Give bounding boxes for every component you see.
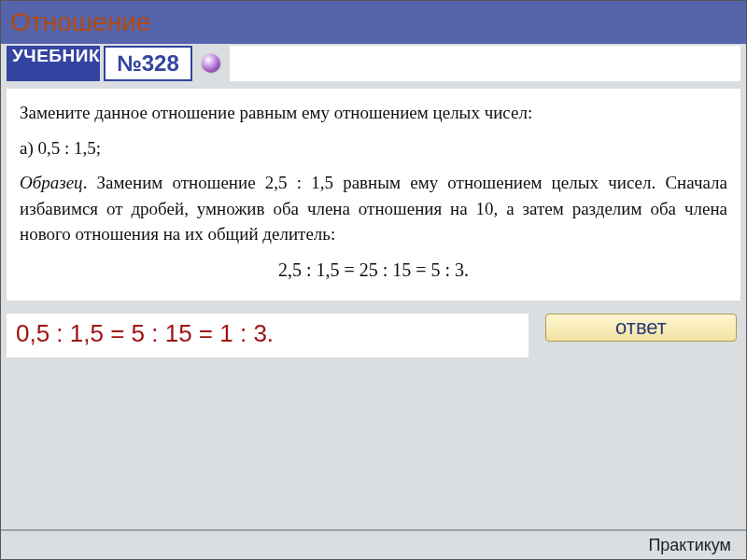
app-window: Отношение УЧЕБНИК №328 Замените данное о… <box>0 0 747 560</box>
sample-equation: 2,5 : 1,5 = 25 : 15 = 5 : 3. <box>20 257 727 284</box>
sample-text: . Заменим отношение 2,5 : 1,5 равным ему… <box>20 173 727 244</box>
footer-label: Практикум <box>648 536 731 555</box>
textbook-chip: УЧЕБНИК <box>7 46 100 81</box>
toolbar: УЧЕБНИК №328 <box>1 44 746 83</box>
problem-prompt: Замените данное отношение равным ему отн… <box>20 100 727 126</box>
problem-item-a: а) 0,5 : 1,5; <box>20 135 727 161</box>
purple-orb-icon[interactable] <box>202 54 220 73</box>
toolbar-spacer <box>230 46 740 81</box>
answer-text: 0,5 : 1,5 = 5 : 15 = 1 : 3. <box>7 314 529 357</box>
answer-button[interactable]: ответ <box>545 314 737 342</box>
problem-panel: Замените данное отношение равным ему отн… <box>7 89 740 301</box>
orb-cell <box>196 46 226 81</box>
sample-label: Образец <box>20 173 83 192</box>
page-title: Отношение <box>10 7 150 37</box>
title-bar: Отношение <box>1 1 746 44</box>
sample-paragraph: Образец. Заменим отношение 2,5 : 1,5 рав… <box>20 170 727 247</box>
problem-number-box: №328 <box>104 46 192 81</box>
footer-bar: Практикум <box>1 529 746 559</box>
answer-row: 0,5 : 1,5 = 5 : 15 = 1 : 3. ответ <box>7 314 740 357</box>
